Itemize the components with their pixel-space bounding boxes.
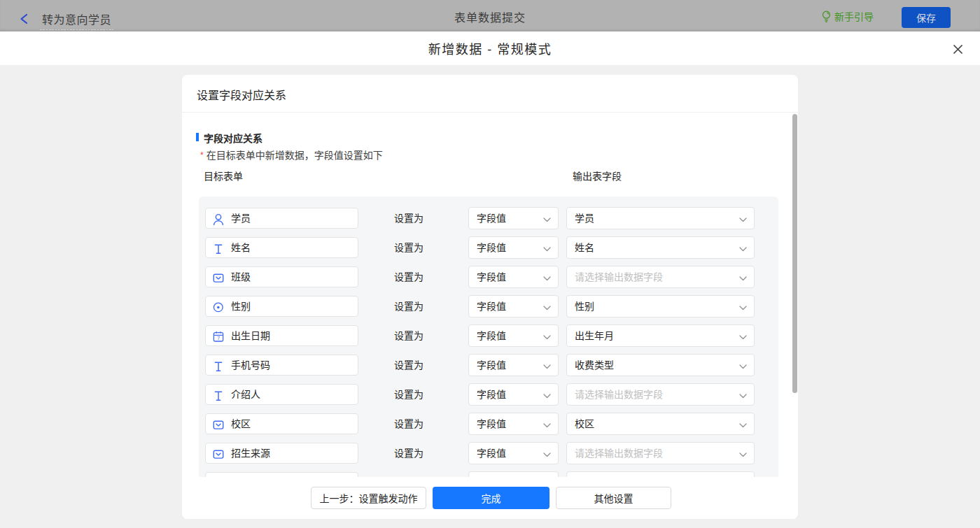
svg-text:7: 7: [217, 336, 220, 341]
